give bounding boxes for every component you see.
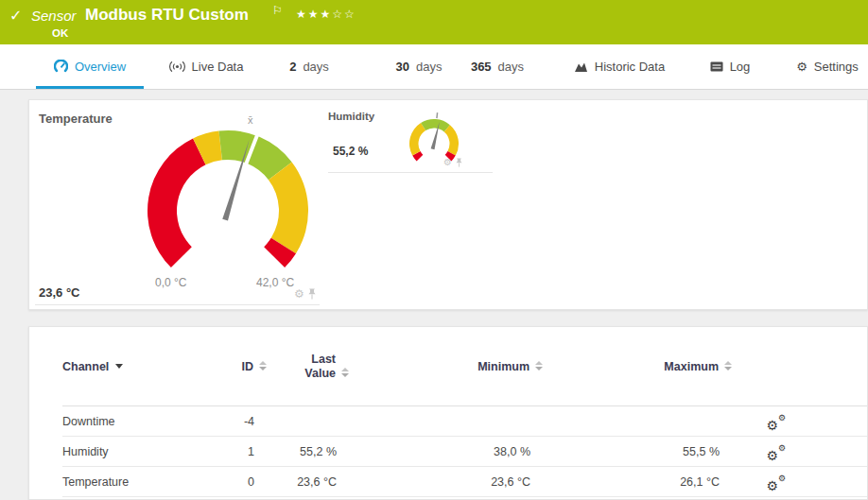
humidity-cell-actions: ⚙ (443, 157, 462, 168)
table-row: Downtime -4 ⚙⚙ (62, 406, 867, 437)
table-row: Temperature 0 23,6 °C 23,6 °C 26,1 °C ⚙⚙ (62, 467, 867, 497)
tab-label: Overview (75, 60, 126, 74)
column-label: Maximum (664, 360, 719, 373)
channel-maximum: 55,5 % (530, 445, 720, 458)
channel-maximum: 26,1 °C (530, 475, 720, 489)
gauge-title-humidity: Humidity (328, 111, 374, 122)
tab-2-days[interactable]: 2 days (284, 44, 335, 89)
broadcast-icon (169, 60, 185, 73)
column-label: Channel (62, 360, 109, 373)
tab-label: days (416, 60, 442, 74)
tab-settings[interactable]: ⚙ Settings (798, 44, 857, 89)
active-tab-underline (36, 86, 144, 89)
tab-label: Live Data (192, 60, 244, 74)
humidity-current-value: 55,2 % (333, 145, 368, 158)
gauges-panel: Temperature x̄ 0,0 °C 42,0 °C 23,6 °C ⚙ … (28, 99, 868, 310)
channel-minimum: 38,0 % (337, 445, 530, 458)
channels-table-panel: Channel ID Last Value Minimum Maximum (28, 326, 868, 500)
tab-label: days (498, 60, 524, 74)
priority-stars[interactable]: ★★★☆☆ (296, 8, 356, 21)
channel-last-value: 23,6 °C (254, 475, 337, 489)
gauge-title-temperature: Temperature (39, 112, 113, 126)
tab-365-days[interactable]: 365 days (467, 44, 528, 89)
status-check-icon: ✓ (9, 7, 22, 25)
gauge-min-label: 0,0 °C (155, 276, 186, 289)
column-label: ID (242, 360, 254, 373)
column-label: Minimum (477, 360, 529, 373)
chart-icon (574, 60, 588, 73)
channel-id: -4 (204, 415, 254, 428)
sensor-title: Modbus RTU Custom (85, 6, 249, 25)
column-header-maximum[interactable]: Maximum (530, 360, 732, 373)
tab-30-days[interactable]: 30 days (391, 44, 446, 89)
gear-icon[interactable]: ⚙ (294, 288, 304, 300)
tab-historic-data[interactable]: Historic Data (569, 44, 669, 89)
status-badge: OK (52, 27, 68, 39)
gear-icon: ⚙ (796, 60, 807, 74)
channel-name: Temperature (62, 475, 204, 489)
sort-desc-icon (115, 364, 123, 369)
channel-last-value: 55,2 % (254, 445, 337, 458)
column-label: Last Value (296, 353, 336, 381)
tab-live-data[interactable]: Live Data (159, 44, 253, 89)
tab-log[interactable]: Log (707, 44, 753, 89)
channel-id: 0 (204, 475, 254, 489)
tab-label: Log (730, 60, 751, 74)
tab-overview[interactable]: Overview (36, 44, 144, 89)
pin-icon[interactable] (308, 288, 316, 300)
sensor-header: ✓ Sensor Modbus RTU Custom ⚐ ★★★☆☆ OK (0, 0, 868, 44)
table-header-row: Channel ID Last Value Minimum Maximum (62, 327, 867, 406)
gauge-icon (54, 60, 68, 74)
table-row: Humidity 1 55,2 % 38,0 % 55,5 % ⚙⚙ (62, 437, 867, 467)
tab-label: Settings (814, 60, 859, 74)
column-header-channel[interactable]: Channel (62, 360, 204, 373)
cell-divider (35, 304, 320, 305)
gear-icon[interactable]: ⚙ (443, 157, 452, 168)
tab-label: Historic Data (595, 60, 665, 74)
tab-number: 365 (471, 60, 492, 74)
channel-minimum: 23,6 °C (337, 475, 530, 489)
temperature-cell-actions: ⚙ (294, 288, 316, 300)
pin-icon[interactable] (456, 158, 462, 167)
cell-divider (328, 172, 493, 173)
gauge-max-label: 42,0 °C (256, 276, 294, 289)
tab-number: 2 (289, 60, 296, 74)
temperature-gauge (133, 110, 322, 299)
channel-id: 1 (204, 445, 254, 458)
tab-label: days (303, 60, 328, 74)
column-header-minimum[interactable]: Minimum (337, 360, 543, 373)
tab-number: 30 (396, 60, 409, 74)
object-kind-label: Sensor (31, 8, 77, 24)
flag-icon[interactable]: ⚐ (272, 4, 283, 17)
channels-table: Channel ID Last Value Minimum Maximum (62, 327, 867, 497)
average-marker-symbol: x̄ (248, 114, 253, 126)
column-header-last-value[interactable]: Last Value (254, 353, 349, 381)
log-icon (710, 61, 723, 72)
tab-bar: Overview Live Data 2 days 30 days 365 da… (0, 44, 868, 90)
temperature-current-value: 23,6 °C (39, 285, 80, 300)
sort-icon (724, 361, 732, 371)
channel-name: Downtime (62, 415, 204, 428)
channel-name: Humidity (62, 445, 204, 458)
